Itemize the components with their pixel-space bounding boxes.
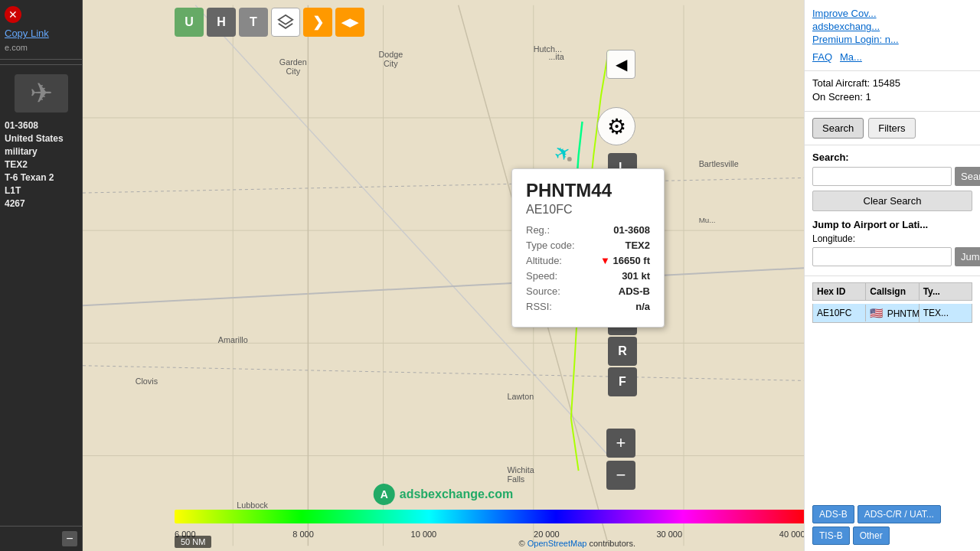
svg-text:Clovis: Clovis bbox=[136, 377, 158, 386]
alt-label-3: 20 000 bbox=[534, 530, 560, 539]
settings-button[interactable]: ⚙ bbox=[597, 107, 635, 145]
svg-text:Falls: Falls bbox=[507, 474, 524, 484]
action-buttons: Search Filters bbox=[805, 112, 980, 145]
aircraft-silhouette-icon: ✈ bbox=[30, 77, 53, 109]
sidebar-category: military bbox=[5, 146, 38, 157]
side-nav-f[interactable]: F bbox=[608, 367, 637, 396]
td-callsign-value: PHNTM44 bbox=[887, 308, 920, 319]
popup-hex-id: AE10FC bbox=[526, 203, 650, 217]
popup-reg-value: 01-3608 bbox=[613, 224, 650, 236]
source-adsc[interactable]: ADS-C/R / UAT... bbox=[858, 505, 941, 523]
sidebar-bottom: − bbox=[0, 526, 82, 551]
collapse-button[interactable]: − bbox=[62, 531, 77, 546]
svg-text:Lubbock: Lubbock bbox=[237, 500, 268, 510]
zoom-in-button[interactable]: + bbox=[606, 429, 635, 458]
sidebar-country: United States bbox=[5, 133, 64, 144]
total-aircraft-row: Total Aircraft: 15485 bbox=[812, 77, 972, 89]
popup-speed-row: Speed: 301 kt bbox=[526, 270, 650, 282]
td-callsign: 🇺🇸 PHNTM44 bbox=[866, 304, 919, 322]
popup-altitude-value: ▼ 16650 ft bbox=[600, 255, 650, 266]
th-type[interactable]: Ty... bbox=[920, 283, 972, 300]
search-go-button[interactable]: Sear... bbox=[955, 167, 980, 186]
svg-text:Lawton: Lawton bbox=[507, 392, 534, 401]
search-section-label: Search: bbox=[812, 152, 972, 163]
table-row[interactable]: AE10FC 🇺🇸 PHNTM44 TEX... bbox=[812, 304, 972, 323]
aircraft-popup: PHNTM44 AE10FC Reg.: 01-3608 Type code: … bbox=[511, 168, 665, 328]
sidebar-header: ✕ Copy Link e.com bbox=[0, 0, 82, 60]
map-area[interactable]: Garden City Dodge City Hutch... Bartlesv… bbox=[83, 0, 804, 551]
sidebar-registration: 01-3608 bbox=[5, 120, 38, 131]
ma-link[interactable]: Ma... bbox=[840, 51, 862, 63]
left-sidebar: ✕ Copy Link e.com ✈ 01-3608 United State… bbox=[0, 0, 83, 551]
back-button[interactable]: ◀ bbox=[606, 50, 635, 79]
zoom-controls: + − bbox=[606, 429, 635, 490]
alt-label-2: 10 000 bbox=[411, 530, 437, 539]
clear-search-button[interactable]: Clear Search bbox=[812, 191, 972, 211]
btn-u[interactable]: U bbox=[175, 8, 204, 37]
popup-source-row: Source: ADS-B bbox=[526, 285, 650, 297]
source-tisb[interactable]: TIS-B bbox=[812, 527, 850, 545]
sidebar-type-code: TEX2 bbox=[5, 159, 28, 170]
btn-t[interactable]: T bbox=[239, 8, 268, 37]
popup-source-label: Source: bbox=[526, 285, 560, 297]
td-hex: AE10FC bbox=[813, 305, 866, 321]
right-panel-links: FAQ Ma... bbox=[812, 51, 972, 63]
alt-label-4: 30 000 bbox=[656, 530, 682, 539]
jump-button[interactable]: Jump... bbox=[955, 247, 980, 266]
source-other[interactable]: Other bbox=[853, 527, 890, 545]
popup-rssi-label: RSSI: bbox=[526, 301, 552, 312]
adsb-logo: A adsbexchange.com bbox=[374, 484, 514, 505]
search-input[interactable] bbox=[812, 167, 952, 186]
btn-h[interactable]: H bbox=[207, 8, 236, 37]
right-panel-header: Improve Cov... adsbexchang... Premium Lo… bbox=[805, 0, 980, 71]
contributors-text: contributors. bbox=[589, 539, 635, 548]
scale-bar: 50 NM bbox=[175, 536, 211, 548]
jump-input[interactable] bbox=[812, 247, 952, 266]
adsbexchange-link[interactable]: adsbexchang... bbox=[812, 21, 972, 32]
btn-arrows[interactable]: ◀▶ bbox=[335, 8, 364, 37]
openstreetmap-link[interactable]: OpenStreetMap bbox=[528, 539, 587, 548]
premium-login-text: Premium Login: n... bbox=[812, 34, 899, 45]
btn-next[interactable]: ❯ bbox=[303, 8, 332, 37]
adsb-logo-text: adsbexchange.com bbox=[400, 487, 514, 501]
sidebar-altitude: 4267 bbox=[5, 198, 25, 209]
sidebar-aircraft-name: T-6 Texan 2 bbox=[5, 172, 54, 183]
zoom-out-button[interactable]: − bbox=[606, 461, 635, 490]
adsbexchange-text: adsbexchang... bbox=[812, 21, 880, 32]
svg-text:Wichita: Wichita bbox=[507, 465, 534, 474]
alt-label-5: 40 000+ bbox=[779, 530, 804, 539]
popup-speed-value: 301 kt bbox=[622, 270, 650, 282]
source-adsb[interactable]: ADS-B bbox=[812, 505, 854, 523]
th-hex-id[interactable]: Hex ID bbox=[813, 283, 866, 300]
close-button[interactable]: ✕ bbox=[5, 6, 21, 23]
table-headers: Hex ID Callsign Ty... bbox=[812, 282, 972, 301]
jump-row: Jump... bbox=[812, 247, 972, 266]
total-aircraft-value: 15485 bbox=[873, 77, 900, 89]
stats-section: Total Aircraft: 15485 On Screen: 1 bbox=[805, 71, 980, 112]
td-type: TEX... bbox=[920, 305, 972, 321]
btn-layers[interactable] bbox=[271, 8, 300, 37]
premium-login-link[interactable]: Premium Login: n... bbox=[812, 34, 972, 45]
altitude-arrow-icon: ▼ bbox=[600, 255, 610, 266]
search-button[interactable]: Search bbox=[812, 118, 864, 139]
faq-link[interactable]: FAQ bbox=[812, 51, 832, 63]
popup-altitude-label: Altitude: bbox=[526, 255, 562, 266]
adsb-logo-icon: A bbox=[374, 484, 395, 505]
map-attribution: © OpenStreetMap contributors. bbox=[519, 539, 635, 548]
side-nav-r[interactable]: R bbox=[608, 337, 637, 366]
popup-type-row: Type code: TEX2 bbox=[526, 240, 650, 251]
svg-text:Bartlesville: Bartlesville bbox=[699, 159, 739, 168]
svg-point-31 bbox=[567, 157, 572, 161]
svg-text:City: City bbox=[384, 59, 398, 68]
search-row: Sear... bbox=[812, 167, 972, 186]
copy-link[interactable]: Copy Link bbox=[5, 28, 77, 39]
svg-text:Mu...: Mu... bbox=[699, 216, 716, 224]
altitude-labels: 6 000 8 000 10 000 20 000 30 000 40 000+ bbox=[175, 530, 804, 539]
total-aircraft-label: Total Aircraft: bbox=[812, 77, 870, 89]
th-callsign[interactable]: Callsign bbox=[866, 283, 919, 300]
on-screen-label: On Screen: bbox=[812, 91, 863, 103]
jump-label: Jump to Airport or Lati... bbox=[812, 219, 972, 230]
improve-coverage-link[interactable]: Improve Cov... bbox=[812, 8, 972, 19]
right-panel: Improve Cov... adsbexchang... Premium Lo… bbox=[804, 0, 980, 551]
filters-button[interactable]: Filters bbox=[868, 118, 915, 139]
